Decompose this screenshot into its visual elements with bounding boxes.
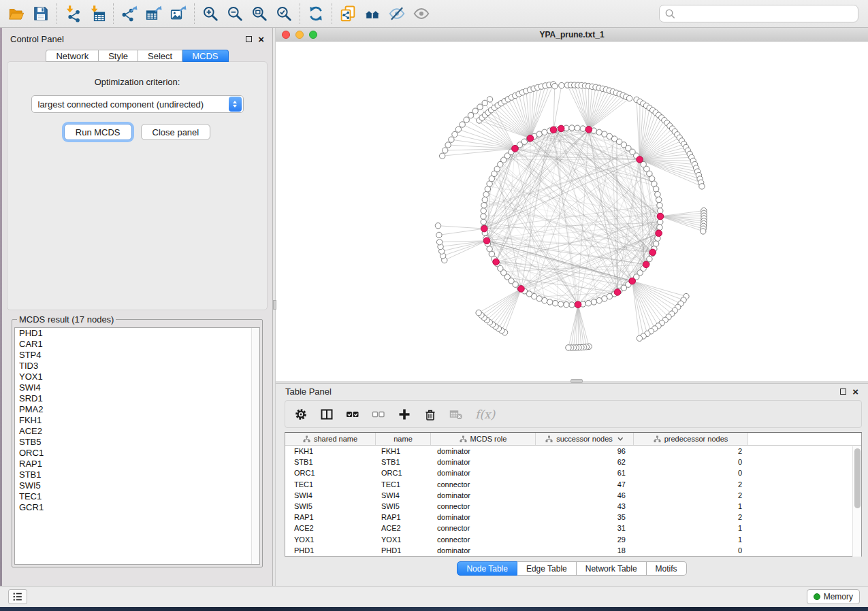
first-neighbors-button[interactable]: [360, 2, 385, 25]
save-session-button[interactable]: [29, 2, 53, 25]
tab-style[interactable]: Style: [99, 50, 138, 62]
table-settings-button[interactable]: [294, 404, 308, 425]
graph-node[interactable]: [559, 82, 564, 88]
graph-hub-node[interactable]: [637, 156, 643, 163]
zoom-selected-button[interactable]: [272, 2, 296, 25]
tab-node-table[interactable]: Node Table: [457, 561, 517, 576]
column-header-shared-name[interactable]: shared name: [285, 433, 376, 445]
graph-node[interactable]: [701, 229, 706, 234]
graph-hub-node[interactable]: [558, 125, 564, 132]
close-panel-button-mcds[interactable]: Close panel: [141, 124, 211, 140]
graph-node[interactable]: [439, 153, 445, 159]
mcds-result-item[interactable]: ORC1: [15, 448, 259, 459]
zoom-in-button[interactable]: [198, 2, 223, 25]
graph-hub-node[interactable]: [550, 127, 557, 133]
graph-node[interactable]: [626, 95, 632, 101]
graph-node[interactable]: [482, 100, 487, 105]
graph-hub-node[interactable]: [512, 146, 519, 152]
graph-hub-node[interactable]: [643, 261, 649, 268]
export-table-button[interactable]: [142, 2, 166, 25]
open-file-button[interactable]: [4, 2, 29, 25]
tab-motifs[interactable]: Motifs: [647, 561, 687, 576]
run-mcds-button[interactable]: Run MCDS: [64, 124, 132, 140]
graph-node[interactable]: [468, 112, 473, 118]
show-all-button[interactable]: [409, 2, 434, 25]
delete-column-button[interactable]: [423, 404, 437, 425]
zoom-fit-button[interactable]: [247, 2, 272, 25]
vertical-splitter[interactable]: [272, 28, 276, 586]
tab-network-table[interactable]: Network Table: [577, 561, 647, 576]
graph-node[interactable]: [445, 142, 451, 148]
mcds-result-item[interactable]: PMA2: [15, 404, 259, 415]
graph-node[interactable]: [657, 225, 662, 230]
export-image-button[interactable]: [166, 2, 191, 25]
mcds-result-item[interactable]: SWI5: [15, 480, 259, 491]
graph-node[interactable]: [476, 310, 481, 316]
graph-node[interactable]: [637, 335, 642, 341]
mcds-result-item[interactable]: TEC1: [15, 491, 259, 502]
import-table-button[interactable]: [85, 2, 110, 25]
graph-node[interactable]: [443, 148, 448, 153]
network-graph[interactable]: [276, 42, 867, 380]
graph-node[interactable]: [566, 345, 571, 350]
close-window-button[interactable]: [282, 31, 290, 39]
table-row[interactable]: SWI5SWI5connector431: [285, 501, 861, 512]
graph-node[interactable]: [657, 203, 662, 208]
mcds-result-item[interactable]: STB1: [15, 469, 259, 480]
graph-node[interactable]: [481, 208, 486, 214]
graph-node[interactable]: [452, 131, 457, 137]
graph-hub-node[interactable]: [527, 135, 534, 142]
graph-node[interactable]: [564, 302, 569, 308]
hide-selected-button[interactable]: [385, 2, 409, 25]
graph-node[interactable]: [547, 299, 552, 305]
column-header-mcds-role[interactable]: MCDS role: [431, 433, 536, 445]
graph-hub-node[interactable]: [649, 249, 656, 256]
mcds-result-item[interactable]: PHD1: [15, 328, 259, 339]
graph-node[interactable]: [653, 186, 658, 192]
tab-network[interactable]: Network: [46, 50, 99, 62]
graph-node[interactable]: [558, 301, 564, 307]
tab-mcds[interactable]: MCDS: [182, 50, 228, 62]
graph-node[interactable]: [655, 191, 660, 197]
graph-node[interactable]: [481, 219, 486, 225]
table-row[interactable]: YOX1YOX1connector291: [285, 534, 861, 545]
table-row[interactable]: SWI4SWI4dominator462: [285, 490, 861, 501]
graph-node[interactable]: [436, 232, 442, 237]
graph-node[interactable]: [569, 125, 575, 131]
graph-node[interactable]: [542, 129, 547, 135]
search-input[interactable]: [679, 9, 853, 18]
graph-node[interactable]: [656, 197, 661, 202]
graph-node[interactable]: [580, 126, 585, 131]
splitter-grip[interactable]: [273, 300, 276, 310]
refresh-button[interactable]: [304, 2, 328, 25]
graph-node[interactable]: [585, 300, 591, 306]
graph-hub-node[interactable]: [614, 289, 621, 296]
delete-table-button[interactable]: [449, 404, 463, 425]
float-table-panel-button[interactable]: [840, 389, 846, 395]
table-scrollbar[interactable]: [852, 446, 861, 557]
graph-node[interactable]: [449, 137, 454, 142]
graph-node[interactable]: [552, 83, 558, 88]
graph-node[interactable]: [460, 122, 465, 127]
graph-node[interactable]: [481, 214, 486, 219]
graph-node[interactable]: [542, 297, 547, 303]
column-header-name[interactable]: name: [376, 433, 431, 445]
memory-button[interactable]: Memory: [807, 589, 860, 604]
mcds-result-item[interactable]: YOX1: [15, 371, 259, 382]
graph-node[interactable]: [477, 104, 483, 110]
graph-node[interactable]: [653, 241, 658, 246]
mcds-result-item[interactable]: SRD1: [15, 393, 259, 404]
graph-hub-node[interactable]: [585, 127, 592, 133]
graph-node[interactable]: [455, 127, 461, 132]
mcds-result-item[interactable]: CAR1: [15, 339, 259, 350]
import-network-button[interactable]: [61, 2, 85, 25]
maximize-window-button[interactable]: [309, 31, 317, 39]
function-builder-button[interactable]: f(x): [475, 404, 495, 425]
table-row[interactable]: ORC1ORC1dominator610: [285, 467, 861, 478]
graph-hub-node[interactable]: [575, 301, 581, 308]
graph-node[interactable]: [699, 184, 705, 189]
mcds-result-item[interactable]: STP4: [15, 350, 259, 361]
deselect-all-button[interactable]: [372, 404, 385, 425]
mcds-result-item[interactable]: RAP1: [15, 459, 259, 469]
horizontal-splitter[interactable]: [276, 381, 868, 383]
